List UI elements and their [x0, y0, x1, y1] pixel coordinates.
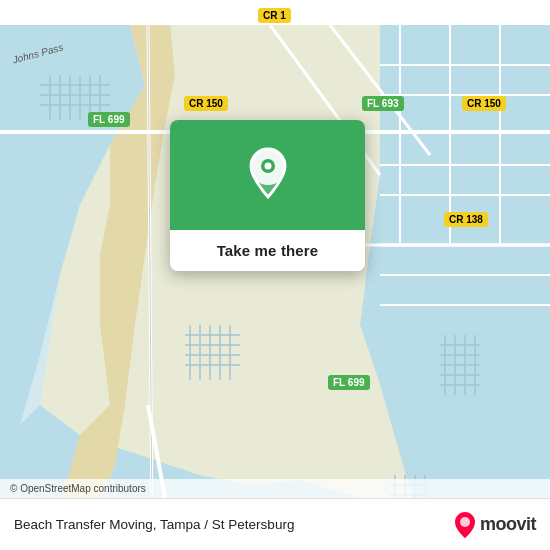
location-pin-icon — [243, 145, 293, 205]
popup-button-row[interactable]: Take me there — [170, 230, 365, 271]
road-label-fl699b: FL 699 — [328, 375, 370, 390]
popup-green-area — [170, 120, 365, 230]
map-background — [0, 0, 550, 550]
location-text: Beach Transfer Moving, Tampa / St Peters… — [14, 517, 454, 532]
moovit-pin-icon — [454, 511, 476, 539]
svg-point-50 — [460, 517, 470, 527]
moovit-text-label: moovit — [480, 514, 536, 535]
attribution-bar: © OpenStreetMap contributors — [0, 479, 550, 498]
bottom-bar: Beach Transfer Moving, Tampa / St Peters… — [0, 498, 550, 550]
road-label-cr150a: CR 150 — [184, 96, 228, 111]
popup-card: Take me there — [170, 120, 365, 271]
map-container: CR 1 CR 150 CR 150 FL 699 FL 693 CR 138 … — [0, 0, 550, 550]
road-label-fl693: FL 693 — [362, 96, 404, 111]
svg-point-49 — [264, 163, 271, 170]
moovit-logo: moovit — [454, 511, 536, 539]
road-label-cr150b: CR 150 — [462, 96, 506, 111]
road-label-cr138: CR 138 — [444, 212, 488, 227]
take-me-there-button[interactable]: Take me there — [217, 242, 319, 259]
attribution-text: © OpenStreetMap contributors — [10, 483, 146, 494]
road-label-cr1: CR 1 — [258, 8, 291, 23]
road-label-fl699a: FL 699 — [88, 112, 130, 127]
